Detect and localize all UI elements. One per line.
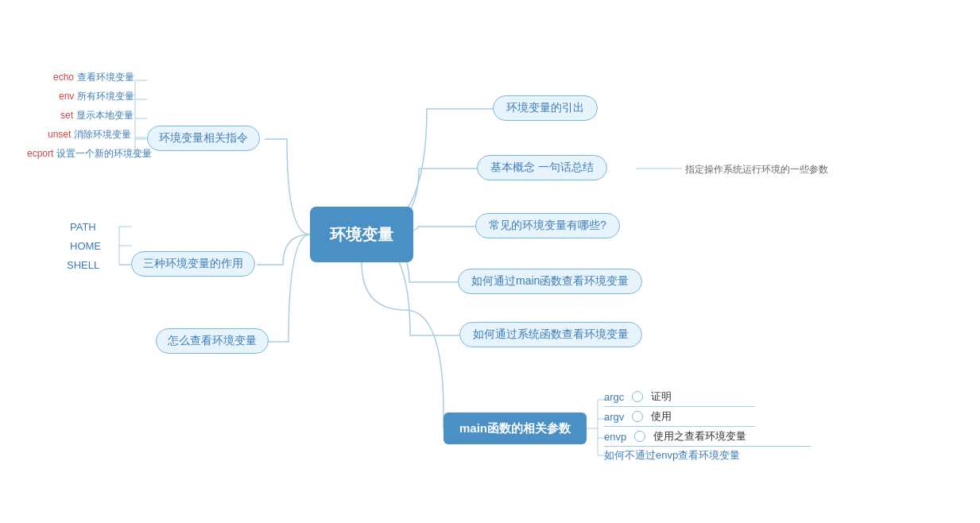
bottom-main-node: main函数的相关参数 <box>444 413 587 444</box>
var-home: HOME <box>70 240 101 252</box>
var-path: PATH <box>70 221 96 233</box>
bottom-item-envp: envp 使用之查看环境变量 <box>604 429 811 447</box>
left-node-3-label: 怎么查看环境变量 <box>168 334 257 348</box>
cmd-unset: unset 消除环境变量 <box>48 128 131 141</box>
right-node-5: 如何通过系统函数查看环境变量 <box>459 322 642 347</box>
bottom-envp-label: envp <box>604 431 626 443</box>
bottom-main-label: main函数的相关参数 <box>459 421 571 436</box>
cmd-echo-desc: 查看环境变量 <box>77 72 134 83</box>
right-node-2-label: 基本概念 一句话总结 <box>490 161 594 175</box>
var-home-label: HOME <box>70 240 101 252</box>
bottom-no-envp-label: 如何不通过envp查看环境变量 <box>604 448 740 463</box>
argv-circle <box>632 411 643 422</box>
bottom-item-no-envp: 如何不通过envp查看环境变量 <box>604 448 740 463</box>
left-node-1: 环境变量相关指令 <box>147 126 260 151</box>
left-node-2-label: 三种环境变量的作用 <box>143 257 243 271</box>
cmd-ecport: ecport 设置一个新的环境变量 <box>27 147 152 161</box>
right-node-3: 常见的环境变量有哪些? <box>475 213 620 238</box>
argc-circle <box>632 391 643 402</box>
r2-annotation: 指定操作系统运行环境的一些参数 <box>685 163 828 176</box>
right-node-2: 基本概念 一句话总结 <box>477 155 607 180</box>
cmd-env: env 所有环境变量 <box>59 90 134 103</box>
center-label: 环境变量 <box>330 224 393 246</box>
cmd-echo-cmd: echo <box>53 72 74 83</box>
left-node-1-label: 环境变量相关指令 <box>159 131 248 145</box>
bottom-argc-desc: 证明 <box>651 389 672 404</box>
right-node-3-label: 常见的环境变量有哪些? <box>489 219 606 233</box>
cmd-set: set 显示本地变量 <box>60 109 134 122</box>
right-node-1: 环境变量的引出 <box>493 95 598 121</box>
left-node-3: 怎么查看环境变量 <box>156 328 269 354</box>
cmd-unset-cmd: unset <box>48 129 71 140</box>
r2-annotation-text: 指定操作系统运行环境的一些参数 <box>685 164 828 175</box>
bottom-envp-desc: 使用之查看环境变量 <box>653 429 746 444</box>
right-node-4-label: 如何通过main函数查看环境变量 <box>471 274 629 289</box>
bottom-argv-desc: 使用 <box>651 409 672 424</box>
cmd-set-desc: 显示本地变量 <box>76 110 134 121</box>
cmd-ecport-cmd: ecport <box>27 148 53 159</box>
envp-circle <box>634 431 645 442</box>
left-node-2: 三种环境变量的作用 <box>131 251 255 277</box>
cmd-env-desc: 所有环境变量 <box>77 91 134 102</box>
var-path-label: PATH <box>70 221 96 233</box>
bottom-item-argc: argc 证明 <box>604 389 755 407</box>
center-node: 环境变量 <box>310 207 413 262</box>
bottom-item-argv: argv 使用 <box>604 409 755 427</box>
cmd-ecport-desc: 设置一个新的环境变量 <box>56 148 152 159</box>
right-node-4: 如何通过main函数查看环境变量 <box>458 269 642 294</box>
bottom-argc-label: argc <box>604 391 624 403</box>
var-shell: SHELL <box>67 259 99 271</box>
cmd-echo: echo 查看环境变量 <box>53 71 134 84</box>
right-node-1-label: 环境变量的引出 <box>506 101 584 115</box>
cmd-unset-desc: 消除环境变量 <box>74 129 131 140</box>
var-shell-label: SHELL <box>67 259 99 271</box>
cmd-env-cmd: env <box>59 91 74 102</box>
right-node-5-label: 如何通过系统函数查看环境变量 <box>473 327 629 342</box>
bottom-argv-label: argv <box>604 411 624 423</box>
cmd-set-cmd: set <box>60 110 73 121</box>
